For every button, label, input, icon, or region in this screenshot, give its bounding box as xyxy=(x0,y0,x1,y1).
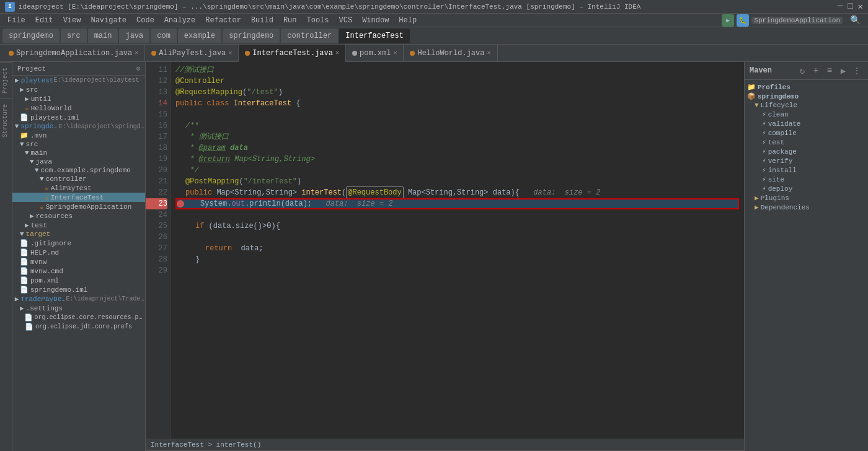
menu-tools[interactable]: Tools xyxy=(302,14,334,27)
proj-tab-java[interactable]: java xyxy=(119,28,149,43)
maven-run-btn[interactable]: ▶ xyxy=(837,64,849,77)
tree-pomxml[interactable]: 📄pom.xml xyxy=(12,276,145,285)
tree-eclipse-prefs1[interactable]: 📄org.eclipse.core.resources.prefs xyxy=(12,313,145,322)
menu-run[interactable]: Run xyxy=(278,14,302,27)
tree-alipaytestjava[interactable]: ☕AliPayTest xyxy=(12,183,145,193)
maven-install[interactable]: ⚡ install xyxy=(747,165,866,175)
debug-button[interactable]: 🐛 xyxy=(737,14,749,27)
tree-until[interactable]: ▶until xyxy=(12,94,145,103)
tree-mvnwcmd[interactable]: 📄mvnw.cmd xyxy=(12,266,145,276)
run-config[interactable]: SpringdemoApplication xyxy=(751,17,843,24)
tree-tradepay[interactable]: ▶TradePayDemo E:\ideaproject\TradePay xyxy=(12,294,145,304)
tree-springdemo-root[interactable]: ▼springdemo E:\ideaproject\springdemo xyxy=(12,122,145,131)
menu-navigate[interactable]: Navigate xyxy=(86,14,131,27)
maven-site[interactable]: ⚡ site xyxy=(747,175,866,184)
maven-lifecycle[interactable]: ▼ Lifecycle xyxy=(747,101,866,110)
search-everywhere-icon[interactable]: 🔍 xyxy=(850,15,861,25)
menu-view[interactable]: View xyxy=(58,14,86,27)
java-file-icon xyxy=(9,51,14,56)
maven-add-btn[interactable]: + xyxy=(810,64,822,77)
code-line-28: } xyxy=(175,254,739,265)
tree-helloworld1[interactable]: ☕HelloWorld xyxy=(12,103,145,113)
project-panel-header: Project ⚙ xyxy=(12,62,145,76)
tree-mvn[interactable]: 📁.mvn xyxy=(12,131,145,140)
tree-main[interactable]: ▼main xyxy=(12,149,145,157)
code-line-21: @PostMapping("/interTest") xyxy=(175,176,739,187)
maven-more-btn[interactable]: ⋮ xyxy=(851,64,863,77)
project-panel-tab[interactable]: Project xyxy=(0,62,12,99)
menu-file[interactable]: File xyxy=(2,14,30,27)
code-line-23: System. out .println(data); data: size =… xyxy=(175,198,739,209)
code-line-29 xyxy=(175,265,739,276)
panel-settings-icon[interactable]: ⚙ xyxy=(136,64,140,72)
tree-java[interactable]: ▼java xyxy=(12,157,145,166)
tree-src1[interactable]: ▶src xyxy=(12,85,145,94)
proj-tab-controller[interactable]: controller xyxy=(281,28,338,43)
maven-profiles[interactable]: 📁 Profiles xyxy=(747,82,866,92)
close-tab-btn[interactable]: ✕ xyxy=(135,45,138,62)
tree-resources[interactable]: ▶resources xyxy=(12,211,145,221)
tree-playtest-iml[interactable]: 📄playtest.iml xyxy=(12,113,145,122)
proj-tab-src[interactable]: src xyxy=(61,28,87,43)
maven-clean[interactable]: ⚡ clean xyxy=(747,110,866,119)
tree-com-example[interactable]: ▼com.example.springdemo xyxy=(12,166,145,175)
menu-edit[interactable]: Edit xyxy=(30,14,58,27)
editor-content[interactable]: 11 12 13 14 15 16 17 18 19 20 21 22 23 2… xyxy=(146,62,744,439)
menu-code[interactable]: Code xyxy=(131,14,159,27)
maven-deploy[interactable]: ⚡ deploy xyxy=(747,184,866,193)
maven-test[interactable]: ⚡ test xyxy=(747,138,866,147)
proj-tab-springdemo2[interactable]: springdemo xyxy=(223,28,280,43)
maven-springdemo[interactable]: 📦 springdemo xyxy=(747,92,866,101)
maven-collapse-btn[interactable]: ≡ xyxy=(823,64,836,77)
close-tab-btn[interactable]: ✕ xyxy=(228,45,232,62)
file-tab-alipaytestjava[interactable]: AliPayTest.java ✕ xyxy=(145,45,239,62)
tree-test[interactable]: ▶test xyxy=(12,221,145,230)
menu-vcs[interactable]: VCS xyxy=(334,14,358,27)
file-tab-pomxml[interactable]: pom.xml ✕ xyxy=(346,45,404,62)
code-line-27: return data; xyxy=(175,243,739,254)
file-tab-interfacetest[interactable]: InterfaceTest.java ✕ xyxy=(239,45,346,62)
menu-window[interactable]: Window xyxy=(357,14,394,27)
tree-controller[interactable]: ▼controller xyxy=(12,175,145,183)
maven-compile[interactable]: ⚡ compile xyxy=(747,128,866,138)
menu-help[interactable]: Help xyxy=(394,14,422,27)
proj-tab-example[interactable]: example xyxy=(178,28,221,43)
code-line-17: * 测试接口 xyxy=(175,131,739,142)
proj-tab-springdemo[interactable]: springdemo xyxy=(2,28,60,43)
close-tab-btn[interactable]: ✕ xyxy=(335,45,339,62)
tree-settings[interactable]: ▶.settings xyxy=(12,304,145,313)
code-editor[interactable]: //测试接口 @Controller @RequestMapping("/tes… xyxy=(170,62,744,439)
tree-src2[interactable]: ▼src xyxy=(12,140,145,149)
tree-helpmd[interactable]: 📄HELP.md xyxy=(12,248,145,257)
close-tab-btn[interactable]: ✕ xyxy=(487,45,490,62)
close-tab-btn[interactable]: ✕ xyxy=(393,45,397,62)
menu-analyze[interactable]: Analyze xyxy=(159,14,200,27)
maven-verify[interactable]: ⚡ verify xyxy=(747,156,866,165)
tree-eclipse-prefs2[interactable]: 📄org.eclipse.jdt.core.prefs xyxy=(12,322,145,331)
window-controls[interactable]: ─ □ ✕ xyxy=(838,1,863,12)
tree-gitignore[interactable]: 📄.gitignore xyxy=(12,239,145,248)
run-button[interactable]: ▶ xyxy=(722,14,734,27)
file-tab-springdemo-app[interactable]: SpringdemoApplication.java ✕ xyxy=(2,45,145,62)
tree-springdemo-app[interactable]: ☕SpringdemoApplication xyxy=(12,202,145,211)
menu-refactor[interactable]: Refactor xyxy=(200,14,246,27)
maven-refresh-btn[interactable]: ↻ xyxy=(796,64,808,77)
maven-package[interactable]: ⚡ package xyxy=(747,147,866,156)
structure-tab[interactable]: Structure xyxy=(0,99,12,142)
tree-springdemo-iml[interactable]: 📄springdemo.iml xyxy=(12,285,145,294)
menu-build[interactable]: Build xyxy=(246,14,278,27)
maven-dependencies[interactable]: ▶ Dependencies xyxy=(747,203,866,212)
maven-plugins[interactable]: ▶ Plugins xyxy=(747,193,866,203)
maven-validate[interactable]: ⚡ validate xyxy=(747,119,866,128)
proj-tab-com[interactable]: com xyxy=(151,28,177,43)
maximize-button[interactable]: □ xyxy=(848,1,852,12)
tree-mvnw[interactable]: 📄mvnw xyxy=(12,257,145,266)
close-button[interactable]: ✕ xyxy=(858,1,863,12)
tree-playtest[interactable]: ▶playtest E:\ideaproject\playtest xyxy=(12,76,145,85)
proj-tab-main[interactable]: main xyxy=(88,28,118,43)
tree-interfacetest[interactable]: ☕InterfaceTest xyxy=(12,193,145,202)
proj-tab-interfacetest[interactable]: InterfaceTest xyxy=(339,28,410,43)
minimize-button[interactable]: ─ xyxy=(838,1,843,12)
tree-target[interactable]: ▼target xyxy=(12,230,145,239)
file-tab-helloworldjava[interactable]: HelloWorld.java ✕ xyxy=(404,45,497,62)
